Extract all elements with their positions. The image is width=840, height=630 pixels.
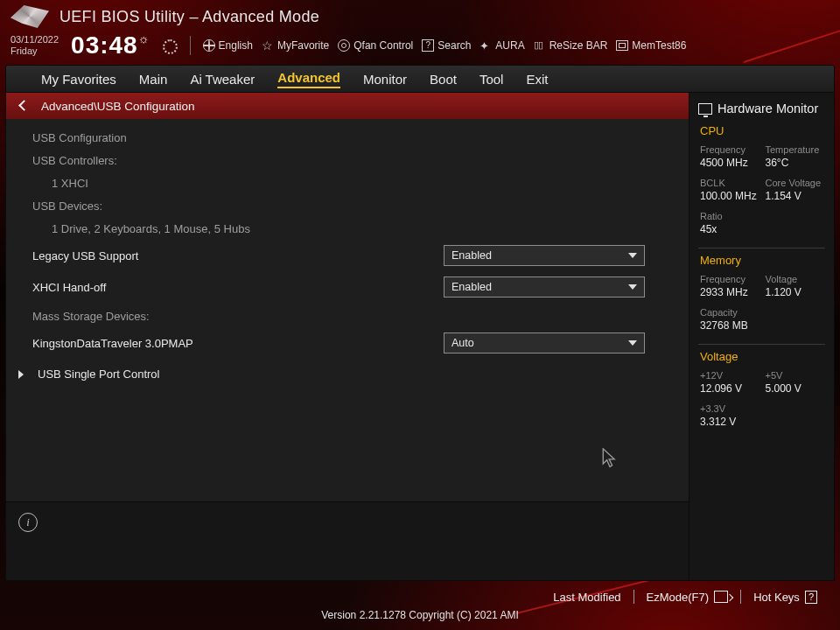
rog-logo-icon <box>10 5 49 28</box>
usb-single-port-control[interactable]: USB Single Port Control <box>32 359 673 381</box>
cpu-freq-label: Frequency <box>700 144 759 155</box>
mass-storage-label: Mass Storage Devices: <box>32 304 673 327</box>
resizebar-link[interactable]: ▯▯ReSize BAR <box>534 39 608 52</box>
monitor-icon <box>698 103 712 115</box>
mem-cap-label: Capacity <box>700 307 759 318</box>
qfan-link[interactable]: Qfan Control <box>338 39 413 52</box>
breadcrumb-text: Advanced\USB Configuration <box>41 100 195 113</box>
mem-freq-label: Frequency <box>700 274 759 284</box>
app-title: UEFI BIOS Utility – Advanced Mode <box>60 8 319 26</box>
cpu-ratio-label: Ratio <box>700 211 759 221</box>
memtest-link[interactable]: MemTest86 <box>616 39 686 52</box>
cpu-cv-value: 1.154 V <box>766 190 824 202</box>
mem-cap-value: 32768 MB <box>700 319 759 332</box>
breadcrumb-bar: Advanced\USB Configuration <box>6 93 689 119</box>
p5-value: 5.000 V <box>766 382 824 395</box>
hardware-monitor-panel: Hardware Monitor CPU Frequency Temperatu… <box>690 93 835 581</box>
chip-icon <box>616 40 628 51</box>
tab-ai-tweaker[interactable]: Ai Tweaker <box>190 72 255 87</box>
p12-label: +12V <box>700 370 759 381</box>
settings-gear-icon[interactable] <box>163 39 178 54</box>
tab-boot[interactable]: Boot <box>430 72 457 87</box>
star-icon: ☆ <box>262 39 274 52</box>
main-tabs: My Favorites Main Ai Tweaker Advanced Mo… <box>5 65 835 93</box>
mouse-cursor-icon <box>602 448 618 469</box>
mem-freq-value: 2933 MHz <box>700 286 759 298</box>
chevron-down-icon <box>628 284 637 290</box>
question-icon: ? <box>422 39 434 52</box>
divider <box>698 248 825 248</box>
p5-label: +5V <box>766 370 824 381</box>
chevron-down-icon <box>628 340 637 346</box>
tab-monitor[interactable]: Monitor <box>363 72 407 87</box>
tab-tool[interactable]: Tool <box>480 72 504 87</box>
hwmon-title: Hardware Monitor <box>698 102 823 116</box>
bar-icon: ▯▯ <box>534 39 546 52</box>
search-link[interactable]: ?Search <box>422 39 471 52</box>
cpu-bclk-label: BCLK <box>700 178 759 188</box>
tab-exit[interactable]: Exit <box>526 72 548 87</box>
tab-main[interactable]: Main <box>139 72 168 87</box>
divider <box>190 36 191 55</box>
myfavorite-link[interactable]: ☆MyFavorite <box>262 39 329 52</box>
date-block: 03/11/2022 Friday <box>10 34 59 56</box>
cpu-ratio-value: 45x <box>700 223 759 235</box>
usb-devices-label: USB Devices: <box>32 194 673 217</box>
hotkeys-link[interactable]: Hot Keys ? <box>753 591 817 604</box>
exit-icon <box>714 591 728 603</box>
question-key-icon: ? <box>805 591 817 604</box>
help-strip: i <box>6 501 689 580</box>
tab-advanced[interactable]: Advanced <box>277 70 340 88</box>
triangle-right-icon <box>18 370 24 379</box>
cpu-temp-value: 36°C <box>766 157 824 169</box>
divider <box>740 590 741 604</box>
fan-icon <box>338 39 350 52</box>
section-title: USB Configuration <box>32 126 673 149</box>
mem-volt-label: Voltage <box>766 274 824 284</box>
p12-value: 12.096 V <box>700 382 759 395</box>
chevron-down-icon <box>628 253 637 258</box>
drive-mode-select[interactable]: Auto <box>444 332 645 354</box>
xhci-handoff-select[interactable]: Enabled <box>444 276 645 298</box>
usb-controllers-label: USB Controllers: <box>32 149 673 172</box>
drive-label: KingstonDataTraveler 3.0PMAP <box>32 337 444 350</box>
divider <box>634 590 634 604</box>
language-link[interactable]: English <box>203 39 253 52</box>
sparkle-icon: ✦ <box>480 39 492 52</box>
last-modified-link[interactable]: Last Modified <box>553 591 620 604</box>
legacy-usb-label: Legacy USB Support <box>32 249 444 262</box>
cpu-temp-label: Temperature <box>766 144 824 155</box>
usb-devices-value: 1 Drive, 2 Keyboards, 1 Mouse, 5 Hubs <box>32 217 673 240</box>
hwmon-cpu-head: CPU <box>700 124 823 137</box>
divider <box>698 344 825 345</box>
p33-value: 3.312 V <box>700 416 759 428</box>
globe-icon <box>203 39 215 52</box>
usb-controllers-value: 1 XHCI <box>32 172 673 194</box>
p33-label: +3.3V <box>700 403 759 414</box>
xhci-handoff-label: XHCI Hand-off <box>32 281 444 294</box>
legacy-usb-select[interactable]: Enabled <box>444 245 645 266</box>
version-text: Version 2.21.1278 Copyright (C) 2021 AMI <box>0 609 840 621</box>
cpu-freq-value: 4500 MHz <box>700 157 759 169</box>
back-arrow-icon[interactable] <box>17 98 32 114</box>
mem-volt-value: 1.120 V <box>766 286 824 298</box>
hwmon-volt-head: Voltage <box>700 350 823 363</box>
cpu-cv-label: Core Voltage <box>766 178 824 188</box>
aura-link[interactable]: ✦AURA <box>480 39 524 52</box>
clock: 03:48☼ <box>71 32 150 60</box>
info-icon: i <box>18 513 38 532</box>
tab-my-favorites[interactable]: My Favorites <box>41 72 116 87</box>
ezmode-link[interactable]: EzMode(F7) <box>647 591 729 604</box>
cpu-bclk-value: 100.00 MHz <box>700 190 759 202</box>
hwmon-mem-head: Memory <box>700 254 823 267</box>
